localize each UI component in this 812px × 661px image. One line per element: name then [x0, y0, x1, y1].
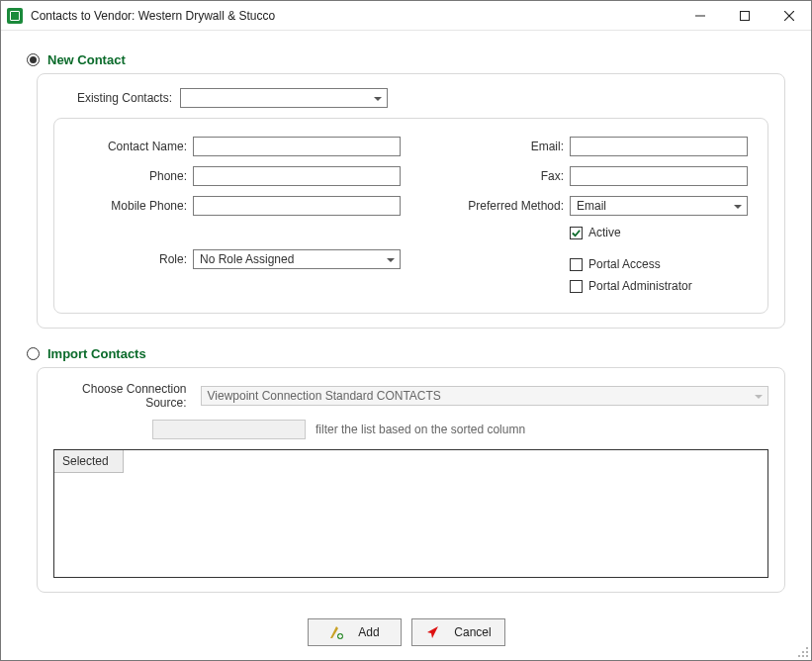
close-button[interactable]: [767, 1, 811, 30]
contact-name-label: Contact Name:: [74, 140, 193, 153]
preferred-method-label: Preferred Method:: [451, 199, 570, 213]
active-label: Active: [588, 226, 621, 239]
role-value: No Role Assigned: [200, 252, 294, 266]
mode-new-contact[interactable]: New Contact: [27, 52, 785, 67]
maximize-button[interactable]: [722, 1, 767, 30]
radio-selected-icon: [27, 53, 40, 66]
preferred-method-select[interactable]: Email: [570, 196, 748, 216]
grid-header: Selected: [54, 450, 767, 473]
import-grid[interactable]: Selected: [53, 449, 768, 578]
fax-label: Fax:: [451, 169, 570, 183]
resize-grip[interactable]: [795, 644, 809, 658]
connection-source-select[interactable]: Viewpoint Connection Standard CONTACTS: [201, 386, 769, 406]
mobile-phone-label: Mobile Phone:: [74, 199, 193, 213]
svg-point-10: [806, 655, 808, 657]
checkbox-icon: [570, 227, 583, 239]
phone-label: Phone:: [74, 169, 193, 183]
existing-contacts-select[interactable]: [180, 88, 388, 108]
add-button-label: Add: [358, 625, 379, 639]
phone-input[interactable]: [193, 166, 401, 186]
import-contacts-panel: Choose Connection Source: Viewpoint Conn…: [37, 367, 785, 593]
minimize-button[interactable]: [677, 1, 722, 30]
svg-point-8: [798, 655, 800, 657]
contact-fields-panel: Contact Name: Email: Phone: Fax: Mobile …: [53, 118, 768, 314]
window-title: Contacts to Vendor: Western Drywall & St…: [31, 9, 275, 23]
new-contact-panel: Existing Contacts: Contact Name: Email: …: [37, 73, 785, 329]
add-icon: [328, 624, 344, 640]
connection-source-label: Choose Connection Source:: [53, 382, 187, 410]
role-select[interactable]: No Role Assigned: [193, 249, 401, 269]
filter-input[interactable]: [152, 420, 306, 439]
mode-import-contacts[interactable]: Import Contacts: [27, 346, 785, 361]
email-input[interactable]: [570, 137, 748, 156]
svg-point-5: [806, 647, 808, 649]
existing-contacts-label: Existing Contacts:: [53, 91, 172, 105]
svg-point-7: [806, 651, 808, 653]
add-button[interactable]: Add: [308, 618, 402, 646]
mobile-phone-input[interactable]: [193, 196, 401, 216]
svg-point-9: [802, 655, 804, 657]
chevron-down-icon: [754, 391, 764, 401]
contact-name-input[interactable]: [193, 137, 401, 156]
app-icon: [7, 8, 23, 24]
active-checkbox[interactable]: Active: [570, 226, 748, 239]
grid-column-selected[interactable]: Selected: [54, 450, 124, 473]
chevron-down-icon: [373, 93, 383, 103]
cancel-icon: [424, 624, 440, 640]
cancel-button[interactable]: Cancel: [411, 618, 505, 646]
checkbox-icon: [570, 280, 583, 293]
dialog-footer: Add Cancel: [1, 618, 811, 646]
role-label: Role:: [74, 252, 193, 266]
svg-rect-1: [740, 11, 749, 20]
mode-import-contacts-label: Import Contacts: [47, 346, 146, 361]
connection-source-value: Viewpoint Connection Standard CONTACTS: [208, 389, 441, 403]
svg-point-6: [802, 651, 804, 653]
portal-admin-label: Portal Administrator: [588, 279, 692, 293]
title-bar: Contacts to Vendor: Western Drywall & St…: [1, 1, 811, 31]
fax-input[interactable]: [570, 166, 748, 186]
window-controls: [677, 1, 811, 30]
chevron-down-icon: [733, 201, 743, 211]
checkbox-icon: [570, 258, 583, 271]
portal-access-checkbox[interactable]: Portal Access: [570, 257, 748, 271]
mode-new-contact-label: New Contact: [47, 52, 126, 67]
chevron-down-icon: [386, 254, 396, 264]
cancel-button-label: Cancel: [454, 625, 491, 639]
radio-unselected-icon: [27, 347, 40, 360]
portal-access-label: Portal Access: [588, 257, 661, 271]
email-label: Email:: [451, 140, 570, 153]
portal-admin-checkbox[interactable]: Portal Administrator: [570, 279, 748, 293]
preferred-method-value: Email: [577, 199, 606, 213]
filter-hint: filter the list based on the sorted colu…: [316, 423, 525, 436]
